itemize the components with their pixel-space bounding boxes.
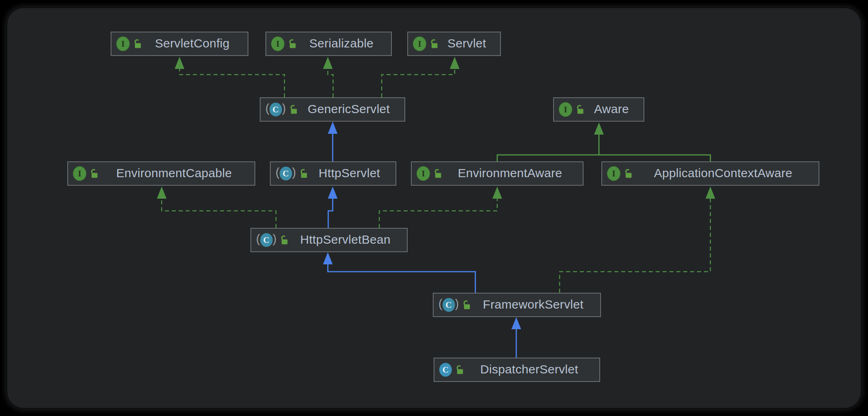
edge-HttpServletBean-HttpServlet-extends — [328, 187, 338, 228]
interface-icon: I — [417, 166, 430, 181]
public-unlocked-icon — [280, 235, 289, 246]
arrowhead-icon — [328, 187, 338, 199]
paren-left: ( — [438, 298, 443, 312]
edge-FrameworkServlet-HttpServletBean-extends — [323, 252, 475, 293]
class-letter: C — [443, 298, 455, 312]
paren-right: ) — [292, 167, 296, 180]
public-unlocked-icon — [455, 365, 464, 375]
interface-icon: I — [559, 102, 572, 117]
edge-HttpServlet-GenericServlet-extends — [328, 122, 338, 161]
interface-letter: I — [559, 102, 572, 117]
public-unlocked-icon — [133, 39, 142, 49]
public-unlocked-icon — [462, 300, 471, 311]
class-node-DispatcherServlet[interactable]: CDispatcherServlet — [434, 358, 600, 382]
class-name-label: Servlet — [438, 36, 495, 51]
arrowhead-icon — [594, 122, 604, 135]
inheritance-edges-layer — [7, 8, 868, 416]
interface-letter: I — [413, 36, 426, 51]
public-visibility-lock-icon — [289, 104, 298, 115]
public-visibility-lock-icon — [430, 39, 438, 49]
public-visibility-lock-icon — [280, 235, 289, 246]
class-node-ServletConfig[interactable]: IServletConfig — [111, 32, 248, 56]
edge-HttpServletBean-EnvironmentCapable-implements — [157, 187, 276, 228]
public-unlocked-icon — [288, 39, 297, 49]
class-name-label: ServletConfig — [142, 36, 243, 51]
abstract-class-icon: (C) — [276, 167, 296, 180]
class-node-Servlet[interactable]: IServlet — [407, 32, 501, 56]
edge-GenericServlet-ServletConfig-implements — [175, 57, 284, 97]
class-name-label: HttpServlet — [308, 166, 391, 181]
class-node-Serializable[interactable]: ISerializable — [265, 32, 392, 56]
interface-letter: I — [271, 36, 284, 51]
class-letter: C — [269, 103, 282, 116]
public-visibility-lock-icon — [624, 168, 633, 179]
interface-icon: I — [73, 166, 86, 181]
class-node-FrameworkServlet[interactable]: (C)FrameworkServlet — [433, 293, 601, 317]
interface-letter: I — [73, 166, 86, 181]
interface-letter: I — [116, 36, 130, 51]
class-name-label: EnvironmentAware — [442, 166, 578, 181]
class-name-label: GenericServlet — [298, 102, 400, 117]
paren-left: ( — [265, 103, 269, 116]
class-node-ApplicationContextAware[interactable]: IApplicationContextAware — [601, 161, 819, 186]
public-unlocked-icon — [430, 39, 438, 49]
abstract-class-icon: (C) — [438, 298, 459, 312]
interface-icon: I — [271, 36, 284, 51]
interface-icon: I — [116, 36, 130, 51]
interface-icon: I — [413, 36, 426, 51]
class-node-EnvironmentCapable[interactable]: IEnvironmentCapable — [67, 161, 255, 186]
edge-DispatcherServlet-FrameworkServlet-extends — [511, 317, 521, 358]
arrowhead-icon — [323, 252, 333, 264]
public-visibility-lock-icon — [299, 168, 308, 179]
public-unlocked-icon — [299, 168, 308, 179]
class-node-HttpServlet[interactable]: (C)HttpServlet — [270, 161, 396, 186]
interface-letter: I — [607, 166, 620, 181]
public-unlocked-icon — [576, 104, 584, 115]
class-name-label: ApplicationContextAware — [633, 166, 814, 181]
class-letter: C — [280, 167, 292, 180]
class-name-label: HttpServletBean — [289, 233, 402, 248]
class-node-GenericServlet[interactable]: (C)GenericServlet — [260, 97, 405, 122]
class-name-label: DispatcherServlet — [464, 362, 594, 377]
class-node-Aware[interactable]: IAware — [553, 97, 644, 122]
arrowhead-icon — [175, 57, 184, 69]
class-icon: C — [439, 363, 452, 377]
class-node-HttpServletBean[interactable]: (C)HttpServletBean — [250, 228, 408, 252]
public-visibility-lock-icon — [288, 39, 297, 49]
arrowhead-icon — [323, 57, 333, 69]
public-unlocked-icon — [289, 104, 298, 115]
public-unlocked-icon — [434, 168, 442, 179]
class-node-EnvironmentAware[interactable]: IEnvironmentAware — [411, 161, 584, 186]
class-name-label: Serializable — [297, 36, 386, 51]
edge-EnvironmentAware-Aware-extends — [497, 122, 604, 161]
arrowhead-icon — [328, 122, 338, 134]
abstract-class-icon: (C) — [256, 233, 276, 247]
public-unlocked-icon — [90, 168, 98, 179]
edge-ApplicationContextAware-Aware-extends — [599, 155, 710, 161]
diagram-panel: IServletConfigISerializableIServlet(C)Ge… — [6, 7, 862, 409]
abstract-class-icon: (C) — [265, 103, 286, 116]
edge-HttpServletBean-EnvironmentAware-implements — [379, 187, 502, 228]
uml-diagram-canvas: IServletConfigISerializableIServlet(C)Ge… — [7, 8, 861, 408]
class-name-label: FrameworkServlet — [471, 298, 595, 313]
arrowhead-icon — [511, 317, 521, 329]
interface-letter: I — [417, 166, 430, 181]
paren-right: ) — [282, 103, 286, 116]
public-visibility-lock-icon — [133, 39, 142, 49]
public-unlocked-icon — [624, 168, 633, 179]
paren-left: ( — [256, 233, 260, 247]
edge-GenericServlet-Servlet-implements — [382, 57, 460, 97]
arrowhead-icon — [450, 57, 460, 69]
public-visibility-lock-icon — [576, 104, 584, 115]
edge-FrameworkServlet-ApplicationContextAware-implements — [560, 187, 715, 293]
public-visibility-lock-icon — [90, 168, 98, 179]
public-visibility-lock-icon — [455, 365, 464, 375]
screenshot-root: { "diagram": { "tool": "uml-class-diagra… — [0, 0, 868, 416]
interface-icon: I — [607, 166, 620, 181]
paren-right: ) — [455, 298, 459, 312]
class-letter: C — [260, 233, 273, 247]
public-visibility-lock-icon — [462, 300, 471, 311]
class-letter: C — [439, 363, 452, 377]
paren-left: ( — [276, 167, 280, 180]
public-visibility-lock-icon — [434, 168, 442, 179]
